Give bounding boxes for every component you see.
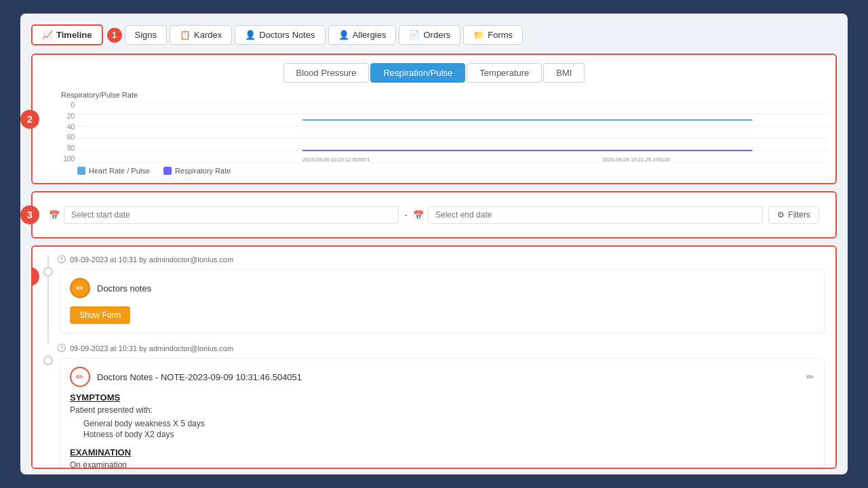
filters-button[interactable]: ⚙ Filters (768, 206, 819, 224)
end-date-group: 📅 (413, 206, 763, 224)
tab-allergies[interactable]: 👤 Allergies (328, 25, 397, 45)
chart-wrapper: 100 80 60 40 20 0 (61, 102, 827, 163)
temperature-label: Temperature (479, 68, 529, 78)
symptom-1: General body weakness X 5 days (83, 419, 814, 428)
timeline-icon: 📈 (42, 30, 53, 40)
heart-rate-dot (77, 167, 85, 175)
chart-section: 2 Blood Pressure Respiration/Pulse Tempe… (31, 54, 837, 184)
symptoms-subtitle: Patient presented with: (70, 405, 814, 415)
section-label-3: 3 (20, 205, 39, 224)
calendar-start-icon: 📅 (49, 210, 60, 220)
nav-tabs: 📈 Timeline 1 Signs 📋 Kardex 👤 Doctors No… (31, 24, 837, 45)
tab-doctors-notes-label: Doctors Notes (259, 30, 315, 40)
tab-allergies-label: Allergies (353, 30, 387, 40)
card-header-2: ✏ Doctors Notes - NOTE-2023-09-09 10:31:… (70, 367, 814, 387)
filter-section: 3 📅 - 📅 ⚙ Filters (31, 191, 837, 239)
vital-tab-bmi[interactable]: BMI (543, 63, 585, 83)
svg-text:2023-09-09 10:21:25.476120: 2023-09-09 10:21:25.476120 (602, 157, 670, 163)
forms-icon: 📁 (473, 30, 484, 40)
symptom-2: Hotness of body X2 days (83, 430, 814, 439)
tab-doctors-notes[interactable]: 👤 Doctors Notes (235, 25, 325, 45)
vital-tab-temperature[interactable]: Temperature (467, 63, 542, 83)
legend-heart-rate: Heart Rate / Pulse (77, 167, 150, 175)
symptoms-heading: SYMPTOMS (70, 392, 814, 403)
respiratory-rate-label: Respiratory Rate (175, 167, 231, 175)
vital-tab-respiration-pulse[interactable]: Respiration/Pulse (370, 63, 465, 83)
chart-title: Respiratory/Pulse Rate (61, 91, 827, 99)
tab-orders-label: Orders (423, 30, 450, 40)
filter-icon: ⚙ (777, 210, 785, 220)
chart-svg: 2023-09-09 10:23:12.500071 2023-09-09 10… (77, 102, 827, 163)
tab-orders[interactable]: 📄 Orders (399, 25, 460, 45)
badge-1: 1 (107, 28, 122, 43)
respiration-pulse-label: Respiration/Pulse (383, 68, 452, 78)
doctors-notes-icon: 👤 (245, 30, 256, 40)
timeline-card-1: ✏ Doctors notes Show Form (60, 269, 825, 333)
section-label-2: 2 (20, 110, 39, 129)
svg-text:2023-09-09 10:23:12.500071: 2023-09-09 10:23:12.500071 (302, 157, 370, 163)
filter-row: 📅 - 📅 ⚙ Filters (41, 201, 827, 229)
tab-kardex[interactable]: 📋 Kardex (170, 25, 232, 45)
legend-respiratory-rate: Respiratory Rate (163, 167, 231, 175)
filters-button-label: Filters (788, 210, 810, 220)
bmi-label: BMI (556, 68, 572, 78)
heart-rate-label: Heart Rate / Pulse (89, 167, 150, 175)
timeline-card-2: ✏ Doctors Notes - NOTE-2023-09-09 10:31:… (60, 358, 825, 469)
timestamp-2: 09-09-2023 at 10:31 by admindoctor@loniu… (70, 344, 233, 352)
timeline-section: 4 🕐 09-09-2023 at 10:31 by admindoctor@l… (31, 245, 837, 469)
card-icon-2: ✏ (70, 367, 90, 387)
timeline-entry-2: 🕐 09-09-2023 at 10:31 by admindoctor@lon… (43, 344, 825, 469)
timeline-entry-1: 🕐 09-09-2023 at 10:31 by admindoctor@lon… (43, 255, 825, 333)
y-axis: 100 80 60 40 20 0 (61, 102, 77, 163)
tab-signs[interactable]: Signs (125, 25, 167, 45)
kardex-icon: 📋 (180, 30, 191, 40)
tab-timeline[interactable]: 📈 Timeline (31, 24, 103, 45)
vital-tabs: Blood Pressure Respiration/Pulse Tempera… (41, 63, 827, 83)
date-separator: - (404, 209, 408, 220)
start-date-group: 📅 (49, 206, 399, 224)
tab-forms-label: Forms (488, 30, 513, 40)
tab-signs-label: Signs (135, 30, 157, 40)
card-icon-1: ✏ (70, 278, 90, 298)
timeline-time-2: 🕐 09-09-2023 at 10:31 by admindoctor@lon… (57, 344, 825, 352)
card-title-1: Doctors notes (97, 283, 151, 293)
examination-heading: EXAMINATION (70, 447, 814, 458)
edit-icon-2[interactable]: ✏ (806, 371, 814, 382)
vital-tab-blood-pressure[interactable]: Blood Pressure (283, 63, 370, 83)
end-date-input[interactable] (428, 206, 763, 224)
timeline-content: 🕐 09-09-2023 at 10:31 by admindoctor@lon… (33, 247, 835, 469)
tab-timeline-label: Timeline (56, 30, 92, 40)
chart-legend: Heart Rate / Pulse Respiratory Rate (77, 167, 827, 175)
blood-pressure-label: Blood Pressure (296, 68, 357, 78)
tab-kardex-label: Kardex (194, 30, 222, 40)
examination-subtitle: On examination (70, 460, 814, 469)
respiratory-rate-dot (163, 167, 172, 175)
card-note-title-2: Doctors Notes - NOTE-2023-09-09 10:31:46… (97, 372, 800, 382)
timeline-dot-1 (43, 267, 53, 277)
card-header-1: ✏ Doctors notes (70, 278, 814, 298)
timeline-time-1: 🕐 09-09-2023 at 10:31 by admindoctor@lon… (57, 255, 825, 264)
timeline-dot-2 (43, 356, 53, 365)
clock-icon-2: 🕐 (57, 344, 66, 352)
clock-icon-1: 🕐 (57, 255, 66, 264)
tab-forms[interactable]: 📁 Forms (463, 25, 523, 45)
orders-icon: 📄 (409, 30, 420, 40)
calendar-end-icon: 📅 (413, 210, 424, 220)
start-date-input[interactable] (64, 206, 399, 224)
show-form-button[interactable]: Show Form (70, 306, 130, 324)
allergies-icon: 👤 (338, 30, 349, 40)
timestamp-1: 09-09-2023 at 10:31 by admindoctor@loniu… (70, 256, 233, 264)
